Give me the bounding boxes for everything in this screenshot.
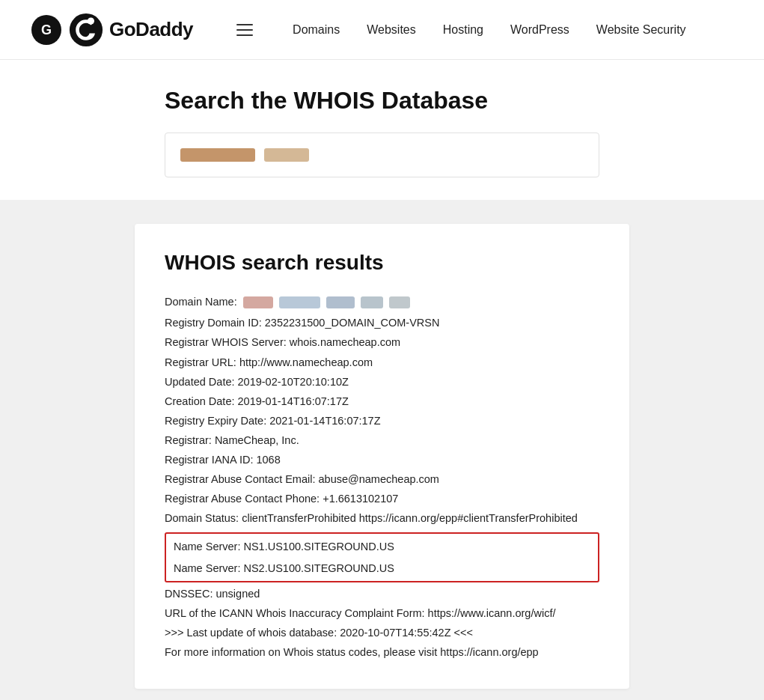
godaddy-logo-icon: G — [30, 13, 63, 46]
logo-text: GoDaddy — [109, 18, 193, 41]
hamburger-line-2 — [236, 29, 253, 31]
field-last-update: >>> Last update of whois database: 2020-… — [165, 623, 599, 642]
nav-websites[interactable]: Websites — [367, 23, 416, 37]
domain-name-row: Domain Name: — [165, 293, 599, 311]
field-expiry-date: Registry Expiry Date: 2021-01-14T16:07:1… — [165, 411, 599, 430]
logo-area: G GoDaddy — [30, 13, 193, 47]
field-abuse-email: Registrar Abuse Contact Email: abuse@nam… — [165, 469, 599, 489]
field-ns1: Name Server: NS1.US100.SITEGROUND.US — [174, 537, 590, 556]
field-dnssec: DNSSEC: unsigned — [165, 584, 599, 603]
results-card: WHOIS search results Domain Name: Regist… — [135, 224, 629, 689]
svg-text:G: G — [41, 22, 52, 37]
redacted-domain-input — [180, 148, 255, 162]
field-domain-status: Domain Status: clientTransferProhibited … — [165, 508, 599, 528]
svg-point-3 — [70, 13, 103, 46]
nav-wordpress[interactable]: WordPress — [510, 23, 569, 37]
page-title: Search the WHOIS Database — [165, 87, 599, 115]
main-nav: Domains Websites Hosting WordPress Websi… — [293, 23, 686, 37]
field-iana-id: Registrar IANA ID: 1068 — [165, 450, 599, 469]
whois-data: Domain Name: Registry Domain ID: 2352231… — [165, 293, 599, 662]
field-ns2: Name Server: NS2.US100.SITEGROUND.US — [174, 559, 590, 578]
godaddy-logo-mark — [69, 13, 103, 47]
field-creation-date: Creation Date: 2019-01-14T16:07:17Z — [165, 392, 599, 411]
redacted-dn-5 — [389, 296, 410, 308]
domain-name-label: Domain Name: — [165, 293, 237, 311]
field-updated-date: Updated Date: 2019-02-10T20:10:10Z — [165, 372, 599, 392]
results-title: WHOIS search results — [165, 251, 599, 275]
field-registrar-whois-server: Registrar WHOIS Server: whois.namecheap.… — [165, 332, 599, 352]
results-section: WHOIS search results Domain Name: Regist… — [0, 224, 764, 700]
redacted-dn-1 — [243, 296, 273, 308]
field-registry-domain-id: Registry Domain ID: 2352231500_DOMAIN_CO… — [165, 313, 599, 332]
search-section: Search the WHOIS Database — [0, 60, 764, 200]
redacted-dn-3 — [326, 296, 355, 308]
hamburger-line-3 — [236, 34, 253, 36]
header: G GoDaddy Domains Websites Hosting WordP… — [0, 0, 764, 60]
field-icann-url: URL of the ICANN Whois Inaccuracy Compla… — [165, 603, 599, 623]
hamburger-menu[interactable] — [230, 18, 259, 42]
svg-point-4 — [88, 17, 94, 24]
redacted-dn-4 — [361, 296, 383, 308]
redacted-search-button — [264, 148, 309, 162]
redacted-dn-2 — [279, 296, 320, 308]
field-registrar: Registrar: NameCheap, Inc. — [165, 430, 599, 450]
highlighted-nameserver-box: Name Server: NS1.US100.SITEGROUND.US Nam… — [165, 532, 599, 582]
field-registrar-url: Registrar URL: http://www.namecheap.com — [165, 353, 599, 372]
hamburger-line-1 — [236, 24, 253, 25]
nav-website-security[interactable]: Website Security — [596, 23, 686, 37]
main-content: Search the WHOIS Database WHOIS search r… — [0, 60, 764, 700]
field-abuse-phone: Registrar Abuse Contact Phone: +1.661310… — [165, 489, 599, 508]
gray-gap — [0, 200, 764, 224]
field-more-info: For more information on Whois status cod… — [165, 642, 599, 662]
nav-domains[interactable]: Domains — [293, 23, 340, 37]
nav-hosting[interactable]: Hosting — [443, 23, 483, 37]
search-bar[interactable] — [165, 133, 599, 177]
